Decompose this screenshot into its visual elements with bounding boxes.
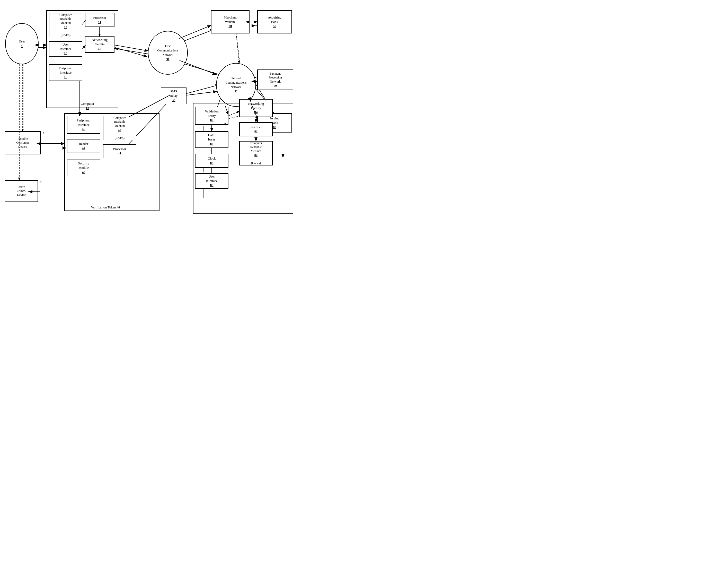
- userscomm-num: 7: [40, 180, 42, 185]
- svg-line-30: [114, 48, 149, 54]
- reader44-box: Reader44: [67, 139, 100, 153]
- ve80-box: ValidationEntity80: [195, 107, 229, 125]
- diagram: User1 Computer10 ComputerReadableMedium1…: [0, 0, 364, 285]
- svg-line-3: [180, 30, 214, 42]
- svg-line-2: [115, 48, 146, 57]
- userscomm-box: User'sComm.Device: [5, 180, 38, 202]
- processor11-box: Processor11: [85, 13, 114, 27]
- payment70-box: PaymentProcessingNetwork70: [257, 69, 293, 90]
- crm42-box: ComputerReadableMedium42(Codes): [103, 116, 136, 140]
- nf84-box: NetworkingFacility84: [239, 99, 273, 117]
- merchant20-box: MerchantWebsite20: [211, 10, 250, 33]
- proc41-box: Processor41: [103, 144, 136, 158]
- svg-line-29: [114, 45, 149, 51]
- pcd-box: PortableConsumerDevice: [5, 131, 41, 155]
- proc81-box: Processor81: [239, 122, 273, 136]
- nf14-box: NetworkingFacility14: [85, 36, 114, 53]
- clock88-box: Clock 88: [195, 154, 229, 168]
- svg-line-39: [187, 91, 218, 95]
- ui13-box: UserInterface13: [49, 41, 82, 57]
- svg-line-31: [179, 25, 212, 39]
- computer-label: Computer10: [75, 102, 100, 110]
- user-ellipse: User1: [5, 23, 39, 64]
- secmod43-box: SecurityModule43: [67, 160, 100, 176]
- pi16-box: PeripheralInterface16: [49, 64, 82, 81]
- label-87: 87: [224, 122, 228, 126]
- fcn31-ellipse: FirstCommunicationsNetwork31: [148, 31, 188, 75]
- crm12-box: ComputerReadableMedium12(Codes): [49, 13, 82, 37]
- db86-box: Data-bases86: [195, 131, 229, 148]
- user-label: User1: [19, 39, 25, 48]
- ui83-box: UserInterface83: [195, 173, 229, 189]
- crm82-box: ComputerReadableMedium82(Codes): [239, 141, 273, 166]
- svg-line-34: [236, 33, 239, 64]
- acquiring50-box: AcquiringBank50: [257, 10, 292, 33]
- sms35-box: SMSRelay35: [161, 87, 187, 104]
- pcd-num: 5: [42, 131, 44, 135]
- pi46-box: PeripheralInterface46: [67, 116, 100, 134]
- vt40-label: Verification Token 40: [82, 205, 129, 210]
